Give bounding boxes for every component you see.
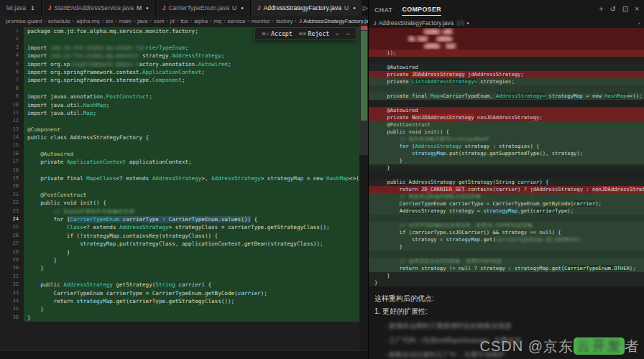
code-token: strategyMap bbox=[515, 265, 549, 271]
scrollbar-thumb[interactable] bbox=[359, 26, 368, 155]
code-line[interactable]: 31 bbox=[0, 273, 359, 281]
breadcrumb-item[interactable]: jd bbox=[170, 18, 175, 24]
code-token: AddressStrategy bbox=[400, 208, 446, 214]
code-line[interactable]: 9import javax.annotation.PostConstruct; bbox=[0, 93, 359, 101]
line-content: import java.util.Map; bbox=[24, 109, 359, 117]
code-token: strategyMap bbox=[548, 93, 583, 99]
breadcrumb-item[interactable]: promise-guard bbox=[6, 18, 42, 24]
code-line[interactable]: 36} bbox=[0, 314, 359, 322]
accept-button[interactable]: ⌘⏎Accept bbox=[262, 30, 292, 37]
code-line[interactable]: 34 return strategyMap.get(carrierType.ge… bbox=[0, 297, 359, 305]
breadcrumb-item[interactable]: alpha-mq bbox=[76, 18, 100, 24]
code-token: HashMap bbox=[604, 93, 626, 99]
file-chip-row[interactable]: J AddressStrategyFactory.java 1/1 ● ▪ bbox=[369, 18, 644, 28]
code-token: } bbox=[374, 243, 402, 250]
code-token: rierTypeEnum bbox=[146, 45, 185, 51]
code-line[interactable]: 12 bbox=[0, 117, 359, 125]
code-line[interactable]: 18 bbox=[0, 167, 359, 174]
next-change-button[interactable]: → bbox=[346, 30, 349, 37]
code-line[interactable]: 11import java.util.Map; bbox=[0, 109, 359, 117]
expand-icon[interactable]: ⊡ bbox=[622, 5, 628, 13]
code-token: NonJDAddressStrategy bbox=[412, 114, 474, 121]
code-token: for bbox=[27, 216, 67, 223]
code-token: return bbox=[374, 186, 421, 192]
diff-line-ctx: } bbox=[369, 272, 644, 279]
code-line[interactable]: 22 public void init() { bbox=[0, 199, 359, 207]
line-content: @Autowired bbox=[24, 150, 359, 158]
code-line[interactable]: 16 @Autowired bbox=[0, 150, 359, 158]
code-token: carrierType bbox=[533, 208, 568, 214]
code-token: ) { bbox=[539, 179, 548, 185]
code-line[interactable]: 24 for (CarrierTypeEnum carrierType : Ca… bbox=[0, 215, 359, 223]
breadcrumb-item[interactable]: alpha bbox=[194, 18, 208, 24]
code-line[interactable]: 19 private final Map<Class<? extends Add… bbox=[0, 174, 359, 182]
code-line[interactable]: 13@Component bbox=[0, 126, 359, 134]
line-number: 7 bbox=[0, 76, 24, 84]
code-line[interactable]: 21 @PostConstruct bbox=[0, 191, 359, 199]
breadcrumb-item[interactable]: mq bbox=[213, 18, 221, 24]
new-composer-icon[interactable]: + bbox=[599, 5, 604, 13]
code-line[interactable]: 20 bbox=[0, 182, 359, 190]
code-line[interactable]: 5import org.springframework.beans.factor… bbox=[0, 60, 359, 68]
code-line[interactable]: 33 CarrierTypeEnum carrierType = Carrier… bbox=[0, 289, 359, 297]
line-number: 27 bbox=[0, 240, 24, 248]
line-number: 10 bbox=[0, 101, 24, 109]
editor-tab-StartEndAddressService.java[interactable]: JStartEndAddressService.javaM● bbox=[42, 0, 156, 16]
code-token: get bbox=[116, 298, 126, 304]
code-line[interactable]: 32 public AddressStrategy getStrategy(St… bbox=[0, 281, 359, 289]
breadcrumb-file[interactable]: AddressStrategyFactory.jav bbox=[303, 18, 372, 24]
breadcrumb-item[interactable]: main bbox=[119, 18, 132, 24]
unsaved-dot[interactable]: ● bbox=[146, 6, 149, 10]
code-token bbox=[374, 258, 400, 264]
code-token: if (!strategyMap. bbox=[27, 233, 123, 239]
breadcrumb: promise-guard›schedule›alpha-mq›src›main… bbox=[0, 16, 374, 26]
minimap[interactable] bbox=[359, 26, 368, 350]
code-token: actory.annotation. bbox=[139, 61, 198, 67]
code-line[interactable]: 30 } bbox=[0, 264, 359, 272]
breadcrumb-item[interactable]: com bbox=[154, 18, 165, 24]
breadcrumb-item[interactable]: service bbox=[228, 18, 246, 24]
editor-tab-AddressStrategyFactory.java[interactable]: JAddressStrategyFactory.javaU● bbox=[251, 0, 363, 16]
line-number: 2 bbox=[0, 35, 24, 43]
code-line[interactable]: 29 } bbox=[0, 256, 359, 264]
code-line[interactable]: 28 } bbox=[0, 248, 359, 256]
watermark-green-box: 云开发 bbox=[574, 337, 625, 355]
code-token: <? extends bbox=[83, 224, 119, 230]
code-line[interactable]: 10import java.util.HashMap; bbox=[0, 101, 359, 109]
unsaved-dot[interactable]: ● bbox=[241, 6, 244, 10]
collapse-diff-icon[interactable]: ▪ bbox=[638, 20, 640, 27]
code-line[interactable]: 35 } bbox=[0, 305, 359, 313]
code-line[interactable]: 14public class AddressStrategyFactory { bbox=[0, 134, 359, 141]
prev-change-button[interactable]: ← bbox=[336, 30, 339, 37]
breadcrumb-item[interactable]: monitor bbox=[252, 18, 270, 24]
code-line[interactable]: 26 if (!strategyMap.containsKey(strategy… bbox=[0, 232, 359, 240]
code-line[interactable]: 25 Class<? extends AddressStrategy> stra… bbox=[0, 223, 359, 231]
editor-tab-ler.java[interactable]: ler.java1 bbox=[0, 0, 42, 16]
code-token: ApplicationContext bbox=[142, 69, 201, 75]
history-icon[interactable]: ↺ bbox=[610, 5, 615, 13]
code-line[interactable]: 4import com.jd.fce.alpha.mq.monitor.stra… bbox=[0, 52, 359, 60]
code-token: import org.springframework.context. bbox=[27, 69, 142, 75]
breadcrumb-item[interactable]: fce bbox=[180, 18, 188, 24]
editor-tab-CarrierTypeEnum.java[interactable]: JCarrierTypeEnum.javaU● bbox=[156, 0, 251, 16]
reject-button[interactable]: ⌘⌫Reject bbox=[299, 30, 329, 37]
code-line[interactable]: 17 private ApplicationContext applicatio… bbox=[0, 158, 359, 166]
breadcrumb-separator: › bbox=[272, 19, 274, 24]
breadcrumb-item[interactable]: schedule bbox=[48, 18, 70, 24]
panel-tab-composer[interactable]: COMPOSER bbox=[402, 2, 441, 16]
code-line[interactable]: 15 bbox=[0, 141, 359, 149]
breadcrumb-item[interactable]: src bbox=[106, 18, 113, 24]
code-line[interactable]: 7import org.springframework.stereotype.C… bbox=[0, 76, 359, 84]
code-line[interactable]: 3import com.jd.fce.alpha.mq.enums.Carrie… bbox=[0, 44, 359, 52]
breadcrumb-item[interactable]: factory bbox=[276, 18, 293, 24]
breadcrumb-item[interactable]: java bbox=[137, 18, 147, 24]
unsaved-dot[interactable]: ● bbox=[353, 6, 356, 10]
code-line[interactable]: 6import org.springframework.context.Appl… bbox=[0, 68, 359, 76]
close-icon[interactable]: × bbox=[635, 5, 639, 13]
run-button[interactable]: ▷ bbox=[363, 4, 368, 11]
code-line[interactable]: 27 strategyMap.put(strategyClass, applic… bbox=[0, 240, 359, 248]
code-token: get bbox=[483, 236, 492, 243]
panel-tab-chat[interactable]: CHAT bbox=[374, 3, 392, 16]
code-line[interactable]: 8 bbox=[0, 85, 359, 93]
code-line[interactable]: 23 // 初始化时获取所有策略的实例 bbox=[0, 208, 359, 215]
